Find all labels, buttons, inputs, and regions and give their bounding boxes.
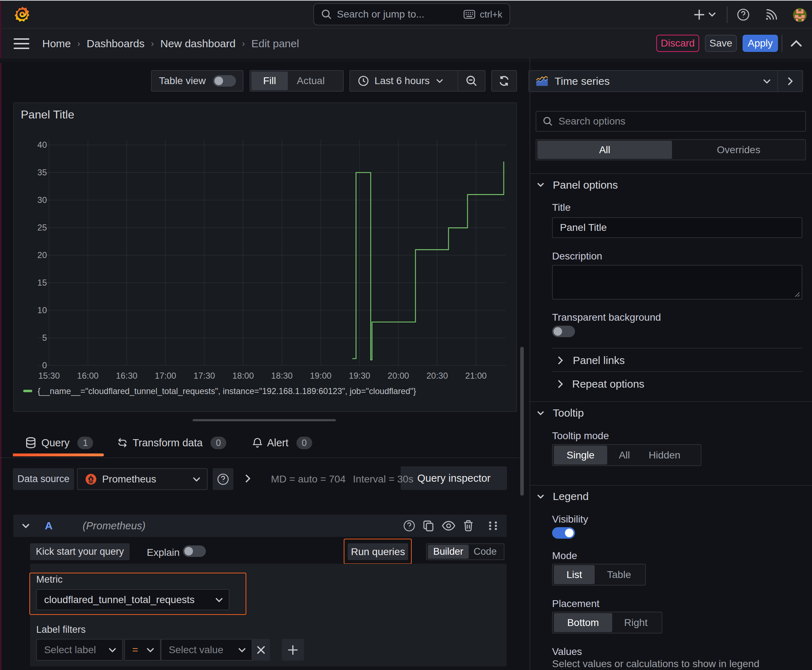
svg-text:20: 20 (37, 250, 47, 260)
svg-text:18:30: 18:30 (271, 371, 293, 381)
svg-text:19:30: 19:30 (349, 371, 370, 381)
svg-text:17:00: 17:00 (155, 371, 176, 381)
svg-text:16:00: 16:00 (77, 371, 98, 381)
svg-text:20:30: 20:30 (426, 371, 448, 381)
svg-text:21:00: 21:00 (465, 371, 487, 381)
svg-text:0: 0 (42, 360, 47, 370)
svg-text:5: 5 (42, 333, 47, 342)
svg-text:16:30: 16:30 (116, 371, 137, 381)
svg-text:15:30: 15:30 (38, 371, 60, 381)
svg-text:35: 35 (37, 168, 47, 177)
svg-text:{__name__="cloudflared_tunnel_: {__name__="cloudflared_tunnel_total_requ… (37, 387, 416, 396)
svg-text:17:30: 17:30 (194, 371, 215, 381)
svg-text:40: 40 (37, 140, 47, 150)
svg-text:30: 30 (37, 195, 47, 205)
svg-text:18:00: 18:00 (232, 371, 254, 381)
svg-text:15: 15 (37, 278, 47, 288)
svg-text:19:00: 19:00 (310, 371, 332, 381)
svg-text:25: 25 (37, 223, 47, 232)
svg-text:20:00: 20:00 (388, 371, 409, 381)
svg-text:10: 10 (37, 305, 47, 315)
